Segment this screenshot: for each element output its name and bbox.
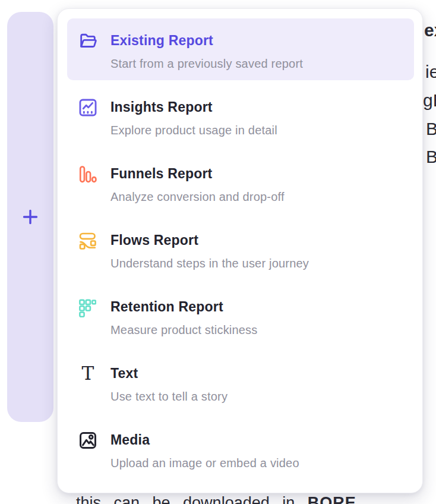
- menu-item-title: Text: [110, 364, 408, 382]
- background-text-fragment: ex: [424, 21, 436, 39]
- background-text-fragment: gB: [423, 92, 436, 109]
- menu-item-insights-report[interactable]: Insights Report Explore product usage in…: [67, 85, 414, 147]
- menu-item-subtitle: Use text to tell a story: [110, 389, 408, 404]
- background-text-fragment: B: [426, 148, 436, 166]
- menu-item-existing-report[interactable]: Existing Report Start from a previously …: [67, 18, 414, 80]
- media-image-icon: [78, 430, 99, 452]
- menu-item-subtitle: Understand steps in the user journey: [110, 256, 408, 271]
- funnel-bars-icon: [78, 164, 99, 185]
- background-text-fragment: ie: [425, 63, 436, 81]
- background-text-fragment: B: [426, 120, 436, 138]
- menu-item-subtitle: Start from a previously saved report: [110, 56, 408, 71]
- menu-item-title: Funnels Report: [110, 165, 408, 182]
- menu-item-subtitle: Explore product usage in detail: [110, 122, 408, 138]
- menu-item-title: Existing Report: [110, 32, 408, 49]
- background-text-fragment-bottom: this can be downloaded in BORE: [76, 494, 356, 504]
- plus-icon: [21, 208, 39, 226]
- svg-text:T: T: [82, 364, 94, 384]
- retention-grid-icon: [78, 297, 99, 319]
- menu-item-title: Retention Report: [110, 298, 408, 316]
- menu-item-flows-report[interactable]: Flows Report Understand steps in the use…: [67, 218, 414, 280]
- add-button[interactable]: [21, 208, 39, 226]
- flows-icon: [78, 231, 99, 252]
- menu-item-title: Media: [110, 431, 408, 449]
- menu-item-title: Flows Report: [110, 231, 408, 249]
- menu-item-subtitle: Measure product stickiness: [110, 322, 408, 338]
- menu-item-funnels-report[interactable]: Funnels Report Analyze conversion and dr…: [67, 152, 414, 213]
- menu-item-media[interactable]: Media Upload an image or embed a video: [67, 418, 414, 480]
- menu-item-subtitle: Analyze conversion and drop-off: [110, 189, 408, 204]
- menu-item-text[interactable]: T Text Use text to tell a story: [67, 351, 414, 413]
- menu-item-subtitle: Upload an image or embed a video: [110, 455, 408, 471]
- folder-open-icon: [78, 31, 99, 52]
- text-icon: T: [78, 364, 99, 385]
- insights-chart-icon: [78, 97, 99, 119]
- add-content-menu: Existing Report Start from a previously …: [57, 8, 423, 493]
- menu-item-title: Insights Report: [110, 98, 408, 116]
- menu-item-retention-report[interactable]: Retention Report Measure product stickin…: [67, 285, 414, 346]
